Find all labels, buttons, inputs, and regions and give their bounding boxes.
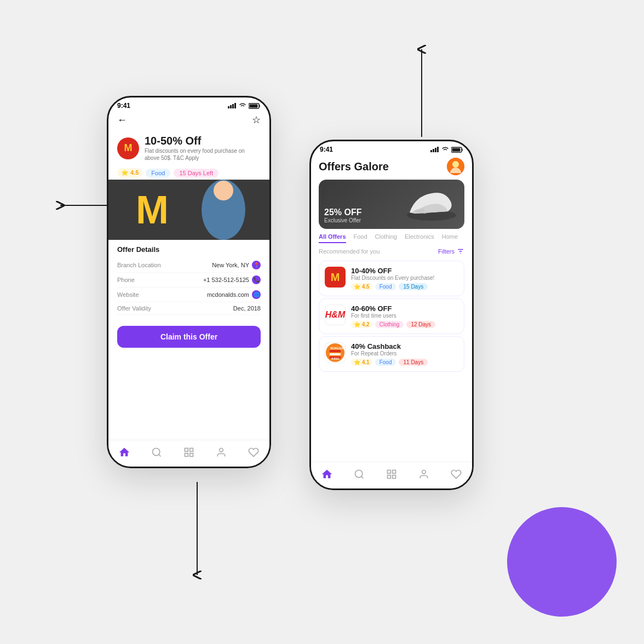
detail-value-location: New York, NY 📍 bbox=[212, 261, 261, 269]
nav-profile-r[interactable] bbox=[417, 468, 430, 481]
card-content-mcdonalds: 10-40% OFF Flat Discounts on Every purch… bbox=[351, 267, 434, 290]
rating-tag: ⭐ 4.5 bbox=[117, 168, 142, 177]
signal-icon-r bbox=[430, 147, 439, 152]
card-content-bk: 40% Cashback For Repeat Orders ⭐ 4.1 Foo… bbox=[351, 342, 428, 366]
details-heading: Offer Details bbox=[117, 245, 261, 254]
cat-home[interactable]: Home bbox=[442, 233, 458, 243]
card-title-3: 40% Cashback bbox=[351, 342, 428, 350]
card-rating-2: ⭐ 4.2 bbox=[351, 321, 372, 328]
filters-button[interactable]: Filters bbox=[438, 248, 464, 255]
status-icons-right bbox=[430, 147, 463, 153]
nav-profile[interactable] bbox=[215, 446, 228, 459]
nav-search[interactable] bbox=[150, 446, 163, 459]
cat-clothing[interactable]: Clothing bbox=[375, 233, 397, 243]
page-title: Offers Galore bbox=[319, 160, 389, 173]
cat-all-offers[interactable]: All Offers bbox=[319, 233, 346, 243]
detail-label-website: Website bbox=[117, 291, 139, 298]
svg-rect-22 bbox=[437, 147, 439, 152]
offer-card-mcdonalds[interactable]: M 10-40% OFF Flat Discounts on Every pur… bbox=[319, 261, 464, 296]
status-icons-left bbox=[228, 103, 261, 109]
detail-label-location: Branch Location bbox=[117, 262, 161, 268]
svg-point-37 bbox=[355, 470, 363, 478]
svg-text:KING: KING bbox=[331, 357, 340, 360]
svg-point-26 bbox=[452, 161, 459, 168]
time-left: 9:41 bbox=[117, 102, 130, 110]
svg-rect-32 bbox=[330, 350, 341, 352]
status-bar-left: 9:41 bbox=[108, 97, 269, 112]
promo-banner[interactable]: 25% OFF Exclusive Offer bbox=[319, 180, 464, 229]
battery-icon-r bbox=[451, 147, 463, 153]
mcd-logo: M bbox=[117, 137, 139, 159]
svg-rect-38 bbox=[387, 470, 390, 474]
offer-title-row: M 10-50% Off Flat discounts on every foo… bbox=[108, 130, 269, 166]
svg-point-12 bbox=[214, 181, 233, 200]
signal-icon bbox=[228, 103, 237, 108]
detail-label-validity: Offer Validity bbox=[117, 305, 151, 312]
svg-rect-41 bbox=[393, 475, 396, 479]
svg-text:BURGER: BURGER bbox=[330, 347, 344, 350]
svg-rect-39 bbox=[393, 470, 396, 474]
svg-point-18 bbox=[219, 449, 223, 452]
back-button[interactable]: ← bbox=[117, 114, 127, 126]
user-avatar[interactable] bbox=[447, 158, 464, 175]
card-tags-2: ⭐ 4.2 Clothing 12 Days bbox=[351, 321, 435, 328]
svg-rect-8 bbox=[250, 104, 258, 107]
offer-card-hm[interactable]: H&M 40-60% OFF For first time users ⭐ 4.… bbox=[319, 298, 464, 334]
card-content-hm: 40-60% OFF For first time users ⭐ 4.2 Cl… bbox=[351, 304, 435, 328]
banner-discount: 25% OFF bbox=[324, 208, 361, 217]
card-cat-3: Food bbox=[375, 359, 396, 366]
card-days-1: 15 Days bbox=[399, 283, 428, 290]
bottom-nav-left bbox=[108, 440, 269, 467]
detail-value-website: mcdonalds.com 🌐 bbox=[207, 290, 261, 299]
offer-title: 10-50% Off bbox=[145, 135, 261, 147]
recommended-label: Recommended for you bbox=[319, 248, 380, 255]
detail-value-validity: Dec, 2018 bbox=[233, 305, 261, 312]
card-rating-1: ⭐ 4.5 bbox=[351, 283, 372, 290]
card-desc-3: For Repeat Orders bbox=[351, 350, 428, 357]
days-tag: 15 Days Left bbox=[174, 169, 219, 177]
svg-point-13 bbox=[153, 449, 160, 456]
offer-card-burgerking[interactable]: BURGER KING 40% Cashback For Repeat Orde… bbox=[319, 336, 464, 372]
detail-label-phone: Phone bbox=[117, 277, 135, 283]
arrow-down bbox=[175, 476, 219, 586]
nav-favorites[interactable] bbox=[247, 446, 260, 459]
nav-favorites-r[interactable] bbox=[450, 468, 463, 481]
nav-search-r[interactable] bbox=[353, 468, 366, 481]
decorative-circle bbox=[507, 507, 617, 617]
card-desc-2: For first time users bbox=[351, 313, 435, 319]
svg-rect-20 bbox=[433, 149, 434, 152]
card-cat-2: Clothing bbox=[375, 321, 404, 328]
bk-logo: BURGER KING bbox=[325, 342, 346, 363]
detail-value-phone: +1 532-512-5125 📞 bbox=[203, 275, 261, 284]
offer-tags: ⭐ 4.5 Food 15 Days Left bbox=[108, 166, 269, 180]
nav-home-r[interactable] bbox=[320, 468, 334, 481]
svg-rect-3 bbox=[228, 106, 229, 108]
card-title-2: 40-60% OFF bbox=[351, 304, 435, 313]
offer-image: M bbox=[108, 180, 269, 240]
svg-rect-17 bbox=[190, 453, 193, 457]
card-tags-1: ⭐ 4.5 Food 15 Days bbox=[351, 283, 434, 290]
cat-electronics[interactable]: Electronics bbox=[405, 233, 434, 243]
card-days-3: 11 Days bbox=[399, 359, 428, 366]
svg-rect-5 bbox=[232, 104, 234, 108]
wifi-icon-r bbox=[441, 147, 449, 152]
status-bar-right: 9:41 bbox=[311, 141, 472, 156]
cat-food[interactable]: Food bbox=[354, 233, 367, 243]
nav-grid-r[interactable] bbox=[385, 468, 398, 481]
svg-rect-15 bbox=[190, 449, 193, 452]
svg-rect-33 bbox=[330, 353, 341, 355]
claim-button[interactable]: Claim this Offer bbox=[117, 326, 261, 348]
offer-details: Offer Details Branch Location New York, … bbox=[108, 240, 269, 320]
svg-rect-40 bbox=[387, 475, 390, 479]
nav-grid[interactable] bbox=[182, 446, 196, 459]
category-tabs: All Offers Food Clothing Electronics Hom… bbox=[311, 229, 472, 245]
svg-rect-4 bbox=[230, 105, 232, 108]
banner-text: 25% OFF Exclusive Offer bbox=[324, 208, 361, 223]
card-tags-3: ⭐ 4.1 Food 11 Days bbox=[351, 359, 428, 366]
svg-rect-14 bbox=[185, 449, 188, 452]
card-cat-1: Food bbox=[375, 283, 396, 290]
category-tag: Food bbox=[146, 169, 170, 177]
card-days-2: 12 Days bbox=[406, 321, 435, 328]
bookmark-button[interactable]: ☆ bbox=[252, 114, 261, 126]
nav-home[interactable] bbox=[118, 446, 131, 459]
